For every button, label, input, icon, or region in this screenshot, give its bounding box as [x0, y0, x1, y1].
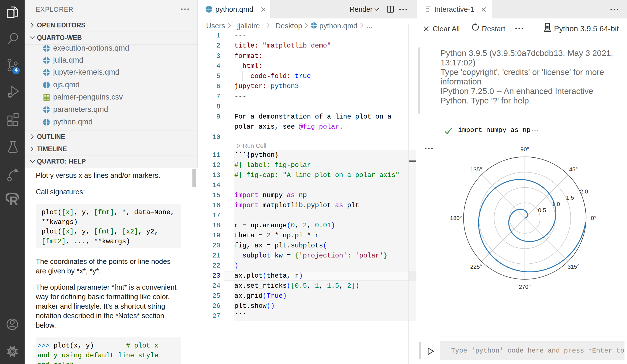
svg-text:90°: 90° — [520, 146, 529, 152]
svg-text:180°: 180° — [450, 215, 462, 221]
svg-text:2.0: 2.0 — [580, 188, 588, 195]
svg-text:45°: 45° — [569, 166, 578, 172]
svg-text:1.5: 1.5 — [566, 194, 574, 201]
svg-text:0.5: 0.5 — [538, 207, 546, 213]
svg-text:270°: 270° — [519, 283, 531, 290]
svg-text:315°: 315° — [567, 263, 579, 270]
svg-text:1.0: 1.0 — [552, 201, 560, 207]
svg-text:135°: 135° — [470, 166, 482, 172]
svg-text:225°: 225° — [470, 263, 482, 270]
svg-text:0°: 0° — [591, 215, 597, 221]
